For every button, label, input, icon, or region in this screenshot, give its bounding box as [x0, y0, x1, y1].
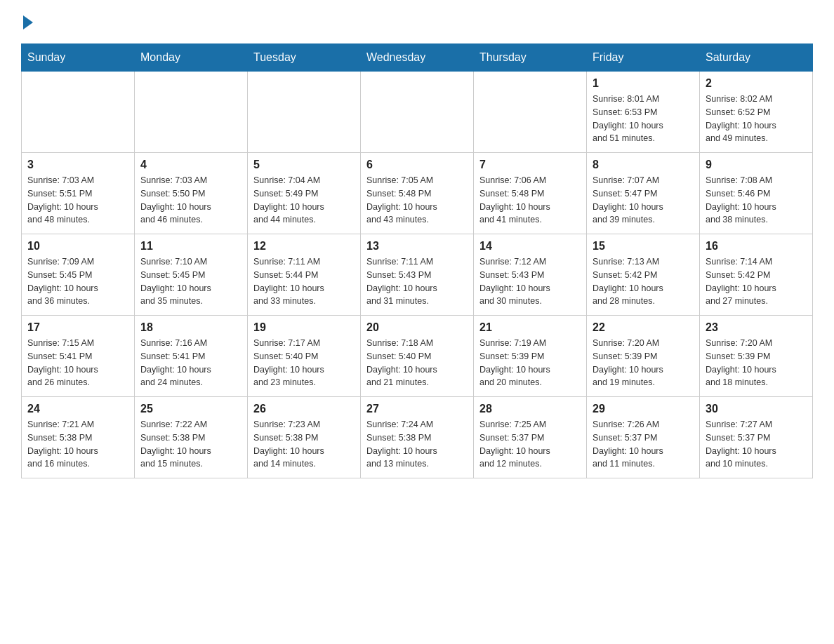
day-number: 23	[706, 321, 807, 334]
day-info: Sunrise: 7:07 AMSunset: 5:47 PMDaylight:…	[593, 174, 694, 227]
calendar-week-row: 24Sunrise: 7:21 AMSunset: 5:38 PMDayligh…	[22, 397, 813, 478]
calendar-cell: 6Sunrise: 7:05 AMSunset: 5:48 PMDaylight…	[361, 153, 474, 234]
calendar-cell: 18Sunrise: 7:16 AMSunset: 5:41 PMDayligh…	[135, 316, 248, 397]
calendar-week-row: 3Sunrise: 7:03 AMSunset: 5:51 PMDaylight…	[22, 153, 813, 234]
day-number: 3	[27, 159, 128, 171]
day-number: 29	[593, 403, 694, 415]
calendar-cell: 14Sunrise: 7:12 AMSunset: 5:43 PMDayligh…	[474, 234, 587, 316]
day-number: 16	[706, 240, 807, 253]
day-number: 10	[27, 240, 128, 253]
day-info: Sunrise: 7:11 AMSunset: 5:43 PMDaylight:…	[366, 255, 468, 308]
weekday-header-monday: Monday	[135, 44, 248, 72]
calendar-cell	[135, 72, 248, 153]
calendar-cell: 1Sunrise: 8:01 AMSunset: 6:53 PMDaylight…	[587, 72, 700, 153]
day-number: 21	[479, 321, 581, 334]
day-number: 22	[593, 321, 694, 334]
day-info: Sunrise: 7:10 AMSunset: 5:45 PMDaylight:…	[140, 255, 241, 308]
calendar-cell: 27Sunrise: 7:24 AMSunset: 5:38 PMDayligh…	[361, 397, 474, 478]
day-info: Sunrise: 7:27 AMSunset: 5:37 PMDaylight:…	[706, 418, 807, 471]
day-number: 11	[140, 240, 241, 253]
day-number: 7	[479, 159, 581, 171]
calendar-cell: 26Sunrise: 7:23 AMSunset: 5:38 PMDayligh…	[248, 397, 361, 478]
day-info: Sunrise: 7:08 AMSunset: 5:46 PMDaylight:…	[706, 174, 807, 227]
day-info: Sunrise: 7:17 AMSunset: 5:40 PMDaylight:…	[253, 337, 355, 389]
day-info: Sunrise: 7:11 AMSunset: 5:44 PMDaylight:…	[253, 255, 355, 308]
day-number: 4	[140, 159, 241, 171]
day-number: 15	[593, 240, 694, 253]
day-info: Sunrise: 7:26 AMSunset: 5:37 PMDaylight:…	[593, 418, 694, 471]
weekday-header-saturday: Saturday	[700, 44, 813, 72]
day-info: Sunrise: 7:15 AMSunset: 5:41 PMDaylight:…	[27, 337, 128, 389]
calendar-week-row: 10Sunrise: 7:09 AMSunset: 5:45 PMDayligh…	[22, 234, 813, 316]
day-info: Sunrise: 7:20 AMSunset: 5:39 PMDaylight:…	[706, 337, 807, 389]
calendar-week-row: 1Sunrise: 8:01 AMSunset: 6:53 PMDaylight…	[22, 72, 813, 153]
day-number: 2	[706, 77, 807, 90]
day-number: 27	[366, 403, 468, 415]
day-info: Sunrise: 7:03 AMSunset: 5:50 PMDaylight:…	[140, 174, 241, 227]
day-info: Sunrise: 7:03 AMSunset: 5:51 PMDaylight:…	[27, 174, 128, 227]
day-info: Sunrise: 7:13 AMSunset: 5:42 PMDaylight:…	[593, 255, 694, 308]
day-info: Sunrise: 7:24 AMSunset: 5:38 PMDaylight:…	[366, 418, 468, 471]
day-info: Sunrise: 7:20 AMSunset: 5:39 PMDaylight:…	[593, 337, 694, 389]
day-info: Sunrise: 7:22 AMSunset: 5:38 PMDaylight:…	[140, 418, 241, 471]
day-info: Sunrise: 7:18 AMSunset: 5:40 PMDaylight:…	[366, 337, 468, 389]
day-number: 5	[253, 159, 355, 171]
calendar-table: SundayMondayTuesdayWednesdayThursdayFrid…	[21, 43, 813, 478]
day-number: 19	[253, 321, 355, 334]
calendar-cell: 5Sunrise: 7:04 AMSunset: 5:49 PMDaylight…	[248, 153, 361, 234]
day-info: Sunrise: 7:04 AMSunset: 5:49 PMDaylight:…	[253, 174, 355, 227]
calendar-cell: 25Sunrise: 7:22 AMSunset: 5:38 PMDayligh…	[135, 397, 248, 478]
calendar-cell: 30Sunrise: 7:27 AMSunset: 5:37 PMDayligh…	[700, 397, 813, 478]
day-info: Sunrise: 7:14 AMSunset: 5:42 PMDaylight:…	[706, 255, 807, 308]
calendar-cell	[248, 72, 361, 153]
weekday-header-thursday: Thursday	[474, 44, 587, 72]
day-info: Sunrise: 7:09 AMSunset: 5:45 PMDaylight:…	[27, 255, 128, 308]
calendar-cell	[361, 72, 474, 153]
calendar-cell: 29Sunrise: 7:26 AMSunset: 5:37 PMDayligh…	[587, 397, 700, 478]
calendar-cell: 10Sunrise: 7:09 AMSunset: 5:45 PMDayligh…	[22, 234, 135, 316]
day-number: 20	[366, 321, 468, 334]
calendar-cell: 8Sunrise: 7:07 AMSunset: 5:47 PMDaylight…	[587, 153, 700, 234]
day-number: 12	[253, 240, 355, 253]
day-info: Sunrise: 7:21 AMSunset: 5:38 PMDaylight:…	[27, 418, 128, 471]
weekday-header-tuesday: Tuesday	[248, 44, 361, 72]
day-number: 1	[593, 77, 694, 90]
calendar-cell: 24Sunrise: 7:21 AMSunset: 5:38 PMDayligh…	[22, 397, 135, 478]
calendar-cell: 22Sunrise: 7:20 AMSunset: 5:39 PMDayligh…	[587, 316, 700, 397]
calendar-cell: 17Sunrise: 7:15 AMSunset: 5:41 PMDayligh…	[22, 316, 135, 397]
day-number: 6	[366, 159, 468, 171]
weekday-header-friday: Friday	[587, 44, 700, 72]
day-info: Sunrise: 7:16 AMSunset: 5:41 PMDaylight:…	[140, 337, 241, 389]
day-number: 26	[253, 403, 355, 415]
day-info: Sunrise: 8:02 AMSunset: 6:52 PMDaylight:…	[706, 93, 807, 145]
calendar-cell: 13Sunrise: 7:11 AMSunset: 5:43 PMDayligh…	[361, 234, 474, 316]
day-info: Sunrise: 8:01 AMSunset: 6:53 PMDaylight:…	[593, 93, 694, 145]
calendar-week-row: 17Sunrise: 7:15 AMSunset: 5:41 PMDayligh…	[22, 316, 813, 397]
calendar-cell: 11Sunrise: 7:10 AMSunset: 5:45 PMDayligh…	[135, 234, 248, 316]
logo	[21, 14, 33, 29]
calendar-cell: 7Sunrise: 7:06 AMSunset: 5:48 PMDaylight…	[474, 153, 587, 234]
day-number: 25	[140, 403, 241, 415]
calendar-cell: 2Sunrise: 8:02 AMSunset: 6:52 PMDaylight…	[700, 72, 813, 153]
day-number: 8	[593, 159, 694, 171]
day-info: Sunrise: 7:19 AMSunset: 5:39 PMDaylight:…	[479, 337, 581, 389]
weekday-header-wednesday: Wednesday	[361, 44, 474, 72]
day-number: 30	[706, 403, 807, 415]
day-number: 18	[140, 321, 241, 334]
calendar-cell: 23Sunrise: 7:20 AMSunset: 5:39 PMDayligh…	[700, 316, 813, 397]
calendar-cell: 4Sunrise: 7:03 AMSunset: 5:50 PMDaylight…	[135, 153, 248, 234]
calendar-cell: 15Sunrise: 7:13 AMSunset: 5:42 PMDayligh…	[587, 234, 700, 316]
calendar-cell: 3Sunrise: 7:03 AMSunset: 5:51 PMDaylight…	[22, 153, 135, 234]
day-info: Sunrise: 7:23 AMSunset: 5:38 PMDaylight:…	[253, 418, 355, 471]
calendar-cell	[474, 72, 587, 153]
weekday-header-row: SundayMondayTuesdayWednesdayThursdayFrid…	[22, 44, 813, 72]
calendar-cell: 9Sunrise: 7:08 AMSunset: 5:46 PMDaylight…	[700, 153, 813, 234]
day-info: Sunrise: 7:12 AMSunset: 5:43 PMDaylight:…	[479, 255, 581, 308]
day-number: 17	[27, 321, 128, 334]
day-info: Sunrise: 7:05 AMSunset: 5:48 PMDaylight:…	[366, 174, 468, 227]
calendar-cell: 21Sunrise: 7:19 AMSunset: 5:39 PMDayligh…	[474, 316, 587, 397]
weekday-header-sunday: Sunday	[22, 44, 135, 72]
day-number: 28	[479, 403, 581, 415]
calendar-cell: 28Sunrise: 7:25 AMSunset: 5:37 PMDayligh…	[474, 397, 587, 478]
calendar-cell	[22, 72, 135, 153]
